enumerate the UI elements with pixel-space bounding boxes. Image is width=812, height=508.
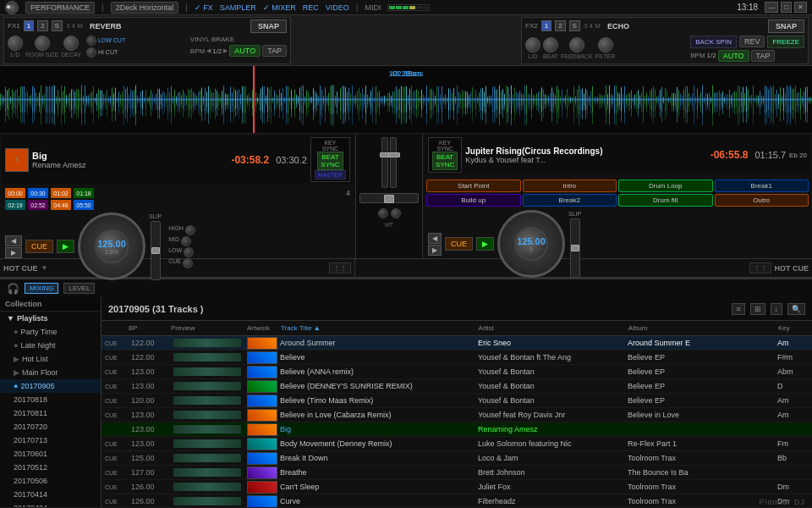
track-row[interactable]: CUE 125.00 Break It Down Loco & Jam Tool… <box>102 451 812 466</box>
fx1-lowcut-knob[interactable] <box>86 36 96 46</box>
sidebar-item-20170905[interactable]: ● 20170905 <box>0 379 101 393</box>
cue-pt-0219[interactable]: 02:19 <box>5 200 25 210</box>
fx1-auto-btn[interactable]: AUTO <box>229 45 261 57</box>
col-h-key[interactable]: Key <box>775 324 809 332</box>
fx1-nums[interactable]: S <box>52 20 63 31</box>
deck-right-jog[interactable]: 125.00 0 <box>497 210 565 278</box>
fx-check[interactable]: ✓ FX <box>195 3 213 12</box>
cue-break2[interactable]: Break2 <box>523 194 617 207</box>
cue-intro[interactable]: Intro <box>523 179 617 192</box>
sidebar-item-late-night[interactable]: ● Late Night <box>0 339 101 352</box>
close-btn[interactable]: ✕ <box>794 2 807 13</box>
track-row[interactable]: CUE 120.00 Believe (Timo Maas Remix) You… <box>102 394 812 408</box>
cue-build-up[interactable]: Build up <box>426 194 521 207</box>
layout-btn[interactable]: 2Deck Horizontal <box>111 2 179 14</box>
eq-high-knob-l[interactable] <box>185 225 195 235</box>
fx1-num2[interactable]: 2 <box>37 20 47 31</box>
eq-low-knob-l[interactable] <box>184 247 194 257</box>
col-h-bpm[interactable]: BP <box>125 324 167 332</box>
fx2-feedback-knob[interactable] <box>569 37 584 52</box>
fx1-ld-knob[interactable] <box>8 36 23 51</box>
cue-outro[interactable]: Outro <box>715 194 809 207</box>
col-h-album[interactable]: Album <box>625 324 775 332</box>
sidebar-item-main-floor[interactable]: ▶ Main Floor <box>0 366 101 379</box>
track-row[interactable]: CUE 123.00 Believe (DENNEY'S SUNRISE REM… <box>102 379 812 394</box>
minimize-btn[interactable]: — <box>765 2 778 13</box>
filter-knob-r[interactable] <box>391 208 401 218</box>
track-row[interactable]: CUE 126.00 Curve Filterheadz Toolroom Tr… <box>102 494 812 507</box>
cue-start-point[interactable]: Start Point <box>426 179 521 192</box>
track-row[interactable]: CUE 126.00 Can't Sleep Juliet Fox Toolro… <box>102 480 812 494</box>
track-row[interactable]: CUE 123.00 Believe in Love (Cabarza Remi… <box>102 408 812 422</box>
search-btn[interactable]: 🔍 <box>787 303 805 315</box>
vol-fader-r[interactable] <box>390 137 397 188</box>
cue-pt-0102[interactable]: 01:02 <box>51 188 71 198</box>
fx2-nums[interactable]: S <box>569 20 580 31</box>
cue-pt-0252[interactable]: 02:52 <box>28 200 48 210</box>
col-h-artwork[interactable]: Artwork <box>244 324 277 332</box>
mixing-btn[interactable]: MIXING <box>25 283 58 294</box>
track-row[interactable]: CUE 123.00 Body Movement (Denney Remix) … <box>102 437 812 451</box>
sidebar-item-20170506[interactable]: 20170506 <box>0 474 101 488</box>
fx1-tap-btn[interactable]: TAP <box>262 45 287 57</box>
deck-left-cue-btn[interactable]: CUE <box>25 240 53 253</box>
list-view-btn[interactable]: ≡ <box>732 303 744 315</box>
col-h-title[interactable]: Track Title ▲ <box>277 324 475 332</box>
fx1-decay-knob[interactable] <box>63 36 79 51</box>
deck-right-beat-sync-btn[interactable]: BEATSYNC <box>432 152 458 170</box>
maximize-btn[interactable]: □ <box>781 2 792 13</box>
track-row[interactable]: 123.00 Big Renaming Amesz <box>102 422 812 437</box>
back-spin-btn[interactable]: BACK SPIN <box>690 36 737 48</box>
deck-left-nav-prev[interactable]: ◀ <box>5 235 22 246</box>
freeze-btn[interactable]: FREEZE <box>767 36 804 48</box>
crossfader[interactable] <box>359 193 419 203</box>
fx2-rev-btn[interactable]: REV <box>739 36 765 47</box>
track-row[interactable]: CUE 122.00 Around Summer Eric Sneo Aroun… <box>102 336 812 351</box>
col-h-artist[interactable]: Artist <box>475 324 625 332</box>
deck-left-jog[interactable]: 125.00 1.6% <box>78 213 145 280</box>
deck-left-master-btn[interactable]: MASTER <box>315 170 346 179</box>
fx2-ld-knob[interactable] <box>525 37 540 52</box>
cue-pt-0550[interactable]: 05:50 <box>74 200 94 210</box>
sort-btn[interactable]: ↕ <box>771 303 783 315</box>
sidebar-item-20170404[interactable]: 20170404 <box>0 501 101 507</box>
sidebar-item-20170811[interactable]: 20170811 <box>0 406 101 420</box>
fx2-num1[interactable]: 1 <box>541 20 551 31</box>
sidebar-item-playlists[interactable]: ▼ Playlists <box>0 312 101 325</box>
deck-left-nav-next[interactable]: ▶ <box>5 247 22 258</box>
track-row[interactable]: CUE 123.00 Believe (ANNA remix) Yousef &… <box>102 365 812 379</box>
sidebar-item-20170512[interactable]: 20170512 <box>0 461 101 474</box>
sidebar-item-party-time[interactable]: ● Party Time <box>0 325 101 339</box>
fx2-num2[interactable]: 2 <box>555 20 565 31</box>
fx2-beat-knob[interactable] <box>543 37 558 52</box>
fx2-filter-knob[interactable] <box>598 37 613 52</box>
sidebar-item-20170414[interactable]: 20170414 <box>0 488 101 501</box>
filter-knob-l[interactable] <box>378 208 388 218</box>
fx1-room-knob[interactable] <box>35 36 50 51</box>
cue-drum-fill[interactable]: Drum fill <box>618 194 713 207</box>
fx2-tap-btn[interactable]: TAP <box>751 50 776 62</box>
grid-view-btn[interactable]: ⊞ <box>750 303 765 315</box>
cue-pt-0118[interactable]: 01:18 <box>74 188 94 198</box>
video-check[interactable]: VIDEO <box>326 3 349 12</box>
deck-right-cue-btn[interactable]: CUE <box>445 237 473 251</box>
mixer-check[interactable]: ✓ MIXER <box>263 3 296 12</box>
deck-left-play-btn[interactable]: ▶ <box>57 240 74 253</box>
track-row[interactable]: CUE 127.00 Breathe Brett Johnson The Bou… <box>102 466 812 480</box>
track-row[interactable]: CUE 122.00 Believe Yousef & Bontan ft Th… <box>102 351 812 365</box>
deck-right-nav-next[interactable]: ▶ <box>428 245 442 256</box>
cue-drum-loop[interactable]: Drum Loop <box>618 179 713 192</box>
sidebar-item-20170818[interactable]: 20170818 <box>0 393 101 406</box>
fx2-snap-btn[interactable]: SNAP <box>768 19 804 33</box>
fx2-auto-btn[interactable]: AUTO <box>718 50 749 62</box>
eq-mid-knob-l[interactable] <box>181 236 191 246</box>
col-h-preview[interactable]: Preview <box>167 324 244 332</box>
eq-cue-knob-l[interactable] <box>183 258 193 268</box>
deck-left-pitch[interactable] <box>151 221 161 280</box>
rec-check[interactable]: REC <box>303 3 319 12</box>
sidebar-item-20170720[interactable]: 20170720 <box>0 420 101 433</box>
fx1-snap-btn[interactable]: SNAP <box>250 19 287 33</box>
performance-mode-btn[interactable]: PERFORMANCE <box>25 2 95 14</box>
fx1-num1[interactable]: 1 <box>24 20 34 31</box>
sampler-check[interactable]: SAMPLER <box>220 3 256 12</box>
